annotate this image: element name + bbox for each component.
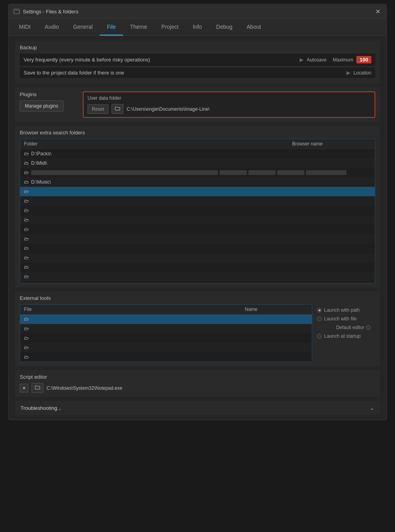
script-editor-title: Script editor <box>20 374 375 380</box>
script-editor-section: Script editor ✕ C:\Windows\System32\Note… <box>15 370 380 397</box>
launch-with-file-row[interactable]: Launch with file <box>317 316 371 322</box>
browser-title: Browser extra search folders <box>20 130 375 136</box>
tab-project[interactable]: Project <box>154 19 186 35</box>
plugins-user-section: Plugins Manage plugins User data folder … <box>15 87 380 122</box>
browser-row-5-bar <box>31 189 222 194</box>
browser-row-2-folder: D:\Midi\ <box>31 160 371 166</box>
browser-row-11[interactable]: 🗁 <box>20 244 375 253</box>
browser-row-1[interactable]: 🗁 D:\Packs\ <box>20 149 375 158</box>
script-row: ✕ C:\Windows\System32\Notepad.exe <box>20 383 375 393</box>
autosave-type: Autosave <box>307 57 326 63</box>
troubleshooting-row[interactable]: Troubleshooting... ⌄ <box>15 401 380 415</box>
bar-3 <box>248 170 276 175</box>
chevron-down-icon: ⌄ <box>370 405 375 411</box>
external-tools-section: External tools File Name 🗁 🗁 🗁 <box>15 291 380 366</box>
launch-with-path-row[interactable]: Launch with path <box>317 307 371 313</box>
launch-file-radio[interactable] <box>317 316 322 321</box>
browser-row-5[interactable]: 🗁 <box>20 187 375 196</box>
launch-with-path-label: Launch with path <box>324 307 360 313</box>
backup-title: Backup <box>20 45 375 50</box>
browser-row-4[interactable]: 🗁 D:\Music\ <box>20 177 375 187</box>
browser-row-9[interactable]: 🗁 <box>20 225 375 234</box>
ext-folder-icon-4: 🗁 <box>24 345 29 350</box>
reset-button[interactable]: Reset <box>88 104 108 114</box>
folder-icon-2: 🗁 <box>24 160 29 166</box>
ext-row-1[interactable]: 🗁 <box>20 314 312 324</box>
tab-about[interactable]: About <box>240 19 268 35</box>
svg-rect-1 <box>14 9 19 11</box>
browser-row-13[interactable]: 🗁 <box>20 262 375 272</box>
ext-row-3[interactable]: 🗁 <box>20 333 312 343</box>
default-editor-row: Default editor <box>317 325 371 330</box>
folder-icon-13: 🗁 <box>24 264 29 270</box>
folder-icon-8: 🗁 <box>24 217 29 223</box>
folder-icon-6: 🗁 <box>24 198 29 204</box>
default-editor-radio[interactable] <box>366 325 371 330</box>
tab-audio[interactable]: Audio <box>38 19 66 35</box>
location-arrow: ▶ <box>347 70 350 76</box>
browser-row-7[interactable]: 🗁 <box>20 206 375 215</box>
close-button[interactable]: ✕ <box>374 7 382 15</box>
ext-table-header: File Name <box>20 305 312 314</box>
window-title: Settings - Files & folders <box>23 9 78 15</box>
ext-table-body[interactable]: 🗁 🗁 🗁 🗁 🗁 <box>20 314 312 362</box>
folder-icon-10: 🗁 <box>24 236 29 242</box>
bar-1 <box>31 170 218 175</box>
launch-startup-radio[interactable] <box>317 334 322 339</box>
browser-row-10[interactable]: 🗁 <box>20 234 375 244</box>
browser-section: Browser extra search folders Folder Brow… <box>15 126 380 287</box>
ext-row-2[interactable]: 🗁 <box>20 324 312 333</box>
tab-theme[interactable]: Theme <box>123 19 155 35</box>
autosave-row: Very frequently (every minute & before r… <box>20 54 375 66</box>
folder-icon-9: 🗁 <box>24 227 29 232</box>
ext-folder-icon-3: 🗁 <box>24 335 29 341</box>
manage-plugins-button[interactable]: Manage plugins <box>20 100 63 112</box>
browser-row-3[interactable]: 🗁 <box>20 168 375 177</box>
tab-info[interactable]: Info <box>186 19 209 35</box>
folder-icon-1: 🗁 <box>24 151 29 156</box>
browser-table-header: Folder Browser name <box>20 139 375 149</box>
folder-icon-12: 🗁 <box>24 255 29 260</box>
launch-with-file-label: Launch with file <box>324 316 357 322</box>
browser-row-6[interactable]: 🗁 <box>20 196 375 206</box>
tab-midi[interactable]: MIDI <box>12 19 38 35</box>
autosave-arrow: ▶ <box>300 57 304 63</box>
plugins-title: Plugins <box>20 91 79 97</box>
settings-window: Settings - Files & folders ✕ MIDI Audio … <box>8 4 387 420</box>
plugins-user-layout: Plugins Manage plugins User data folder … <box>20 91 375 118</box>
ext-col-file: File <box>24 307 245 312</box>
browser-row-2[interactable]: 🗁 D:\Midi\ <box>20 158 375 168</box>
location-type: Location <box>354 70 371 76</box>
ext-folder-icon-5: 🗁 <box>24 354 29 360</box>
launch-path-radio[interactable] <box>317 308 322 313</box>
browser-row-14[interactable]: 🗁 <box>20 272 375 281</box>
script-folder-button[interactable] <box>32 383 43 393</box>
col-folder: Folder <box>24 141 292 147</box>
col-browser-name: Browser name <box>292 141 371 147</box>
tab-debug[interactable]: Debug <box>209 19 239 35</box>
ext-folder-icon-1: 🗁 <box>24 316 29 322</box>
browser-table: Folder Browser name 🗁 D:\Packs\ 🗁 D:\Mid… <box>20 139 375 283</box>
bar-5 <box>306 170 347 175</box>
tab-general[interactable]: General <box>66 19 100 35</box>
location-label: Save to the project data folder if there… <box>24 70 343 76</box>
bar-2 <box>220 170 247 175</box>
browser-row-12[interactable]: 🗁 <box>20 253 375 262</box>
folder-browse-button[interactable] <box>112 104 123 114</box>
browser-row-8[interactable]: 🗁 <box>20 215 375 225</box>
ext-row-5[interactable]: 🗁 <box>20 352 312 362</box>
browser-table-body[interactable]: 🗁 D:\Packs\ 🗁 D:\Midi\ 🗁 <box>20 149 375 283</box>
launch-at-startup-row[interactable]: Launch at startup <box>317 333 371 339</box>
folder-icon-7: 🗁 <box>24 208 29 213</box>
launch-at-startup-label: Launch at startup <box>324 333 361 339</box>
tab-file[interactable]: File <box>100 19 123 35</box>
folder-icon-4: 🗁 <box>24 179 29 185</box>
location-row: Save to the project data folder if there… <box>20 67 375 78</box>
browser-row-15[interactable]: 🗁 <box>20 281 375 283</box>
user-data-box: User data folder Reset C:\Users\engie\Do… <box>83 91 375 118</box>
autosave-label: Very frequently (every minute & before r… <box>24 57 296 63</box>
folder-icon <box>115 106 120 111</box>
ext-row-4[interactable]: 🗁 <box>20 343 312 352</box>
tab-bar: MIDI Audio General File Theme Project In… <box>9 19 386 36</box>
script-clear-button[interactable]: ✕ <box>20 384 28 392</box>
